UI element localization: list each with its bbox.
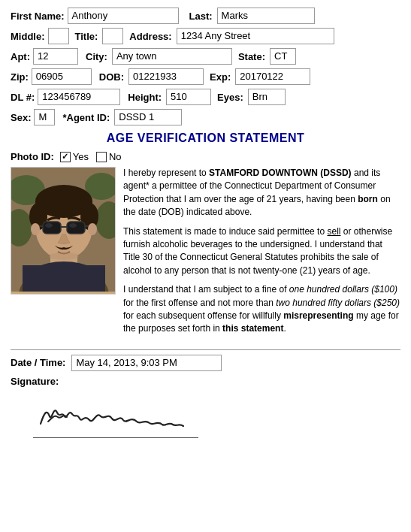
statement-text-area: I hereby represent to STAMFORD DOWNTOWN …: [123, 167, 400, 342]
signature-area: [33, 390, 400, 438]
svg-rect-13: [35, 201, 92, 210]
svg-rect-8: [23, 265, 105, 292]
svg-rect-14: [43, 222, 61, 234]
svg-point-19: [45, 223, 53, 228]
photo-id-label: Photo ID:: [11, 151, 54, 162]
height-label: Height:: [128, 92, 162, 103]
no-label: No: [109, 151, 122, 162]
svg-point-23: [49, 252, 79, 260]
last-name-field[interactable]: Marks: [217, 8, 315, 24]
eyes-label: Eyes:: [217, 92, 243, 103]
agent-label: *Agent ID:: [62, 112, 110, 123]
city-field[interactable]: Any town: [112, 48, 232, 65]
city-label: City:: [86, 51, 107, 62]
no-checkbox[interactable]: [96, 152, 107, 162]
first-name-field[interactable]: Anthony: [68, 8, 179, 24]
state-label: State:: [238, 51, 265, 62]
signature-label: Signature:: [11, 376, 59, 387]
datetime-label: Date / Time:: [11, 357, 65, 368]
dob-label: DOB:: [99, 71, 124, 83]
eyes-field[interactable]: Brn: [248, 89, 286, 105]
middle-field[interactable]: [48, 28, 69, 44]
sex-label: Sex:: [11, 112, 31, 123]
apt-field[interactable]: 12: [33, 48, 78, 65]
first-name-label: First Name:: [11, 11, 65, 22]
photo-area: [11, 167, 116, 295]
paragraph2: This statement is made to induce said pe…: [123, 225, 400, 278]
address-field[interactable]: 1234 Any Street: [177, 28, 334, 44]
svg-point-21: [31, 223, 40, 235]
height-field[interactable]: 510: [166, 89, 211, 105]
yes-label: Yes: [73, 151, 89, 162]
title-label: Title:: [75, 31, 98, 42]
middle-label: Middle:: [11, 31, 45, 42]
apt-label: Apt:: [11, 51, 30, 62]
divider: [11, 349, 400, 350]
zip-label: Zip:: [11, 71, 29, 83]
signature-line: [33, 437, 198, 438]
sex-field[interactable]: M: [34, 109, 55, 125]
title-field[interactable]: [102, 28, 123, 44]
datetime-field[interactable]: May 14, 2013, 9:03 PM: [71, 355, 222, 371]
last-name-label: Last:: [189, 11, 213, 22]
address-label: Address:: [129, 31, 171, 42]
svg-point-20: [69, 223, 77, 228]
zip-field[interactable]: 06905: [32, 68, 92, 85]
section-title: AGE VERIFICATION STATEMENT: [11, 131, 400, 145]
svg-rect-15: [67, 222, 85, 234]
dl-field[interactable]: 123456789: [38, 89, 120, 105]
exp-label: Exp:: [210, 71, 231, 83]
paragraph1: I hereby represent to STAMFORD DOWNTOWN …: [123, 167, 400, 219]
state-field[interactable]: CT: [270, 48, 296, 65]
dl-label: DL #:: [11, 92, 35, 103]
agent-field[interactable]: DSSD 1: [114, 109, 182, 125]
yes-checkbox[interactable]: ✓: [60, 152, 71, 162]
svg-point-22: [88, 223, 97, 235]
dob-field[interactable]: 01221933: [128, 68, 204, 85]
exp-field[interactable]: 20170122: [235, 68, 310, 85]
paragraph3: I understand that I am subject to a fine…: [123, 283, 400, 336]
